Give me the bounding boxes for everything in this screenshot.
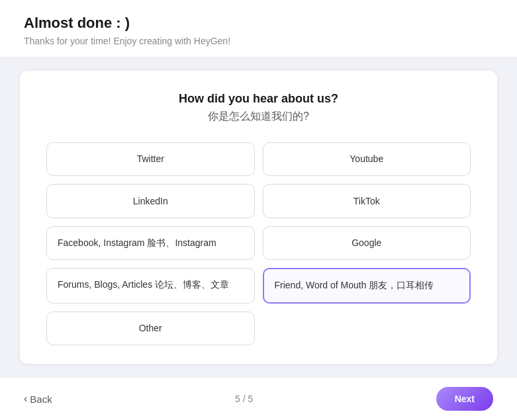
option-twitter[interactable]: Twitter (46, 142, 255, 176)
option-google[interactable]: Google (263, 226, 471, 260)
page-subtitle: Thanks for your time! Enjoy creating wit… (24, 36, 493, 46)
question-en: How did you hear about us? (46, 92, 471, 106)
back-label: Back (30, 394, 52, 405)
back-chevron-icon: ‹ (24, 393, 27, 405)
question-zh: 你是怎么知道我们的? (46, 110, 471, 124)
option-forums[interactable]: Forums, Blogs, Articles 论坛、博客、文章 (46, 268, 255, 303)
option-facebook[interactable]: Facebook, Instagram 脸书、Instagram (46, 226, 255, 260)
option-other[interactable]: Other (46, 312, 255, 345)
option-friend[interactable]: Friend, Word of Mouth 朋友，口耳相传 (263, 268, 471, 303)
back-button[interactable]: ‹ Back (24, 393, 52, 405)
option-tiktok[interactable]: TikTok (263, 184, 471, 218)
options-grid: TwitterYoutubeLinkedInTikTokFacebook, In… (46, 142, 471, 345)
next-button[interactable]: Next (436, 387, 493, 411)
option-youtube[interactable]: Youtube (263, 142, 471, 176)
main-card: How did you hear about us? 你是怎么知道我们的? Tw… (20, 71, 497, 364)
option-linkedin[interactable]: LinkedIn (46, 184, 255, 218)
page-title: Almost done : ) (24, 15, 493, 32)
step-indicator: 5 / 5 (235, 394, 253, 404)
page-footer: ‹ Back 5 / 5 Next (0, 377, 517, 420)
page-header: Almost done : ) Thanks for your time! En… (0, 0, 517, 58)
